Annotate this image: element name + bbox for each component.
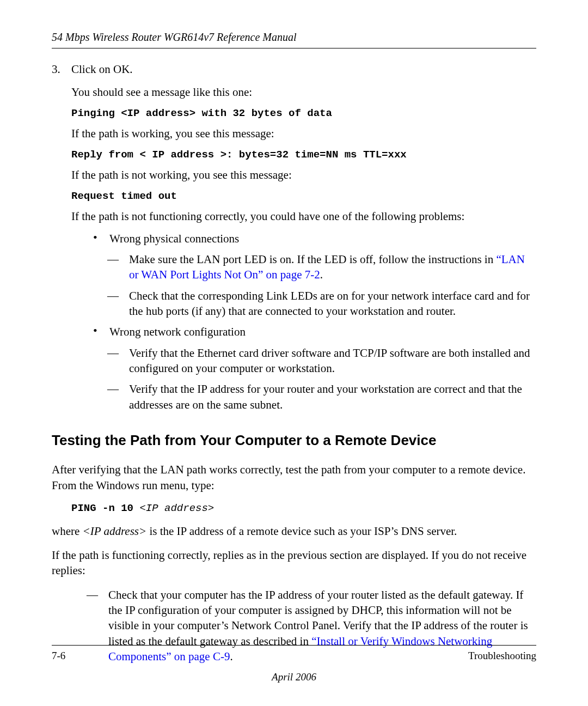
footer-divider: [52, 645, 536, 646]
code-timeout: Request timed out: [71, 190, 536, 204]
footer-page-number: 7-6: [52, 649, 65, 663]
dash-link-leds: — Check that the corresponding Link LEDs…: [107, 288, 536, 319]
step-text: Click on OK.: [71, 62, 536, 77]
dash-text-pre: Make sure the LAN port LED is on. If the…: [129, 253, 496, 266]
dash-text: Make sure the LAN port LED is on. If the…: [129, 252, 536, 283]
footer-section-name: Troubleshooting: [468, 649, 536, 663]
header-divider: [52, 48, 536, 48]
dash-ip-subnet: — Verify that the IP address for your ro…: [107, 381, 536, 412]
bullet-icon: •: [91, 231, 109, 246]
page-footer: 7-6 Troubleshooting: [52, 649, 536, 663]
footer-date: April 2006: [52, 670, 536, 684]
dash-text: Check that the corresponding Link LEDs a…: [129, 288, 536, 319]
section-p1: After verifying that the LAN path works …: [52, 462, 536, 493]
section-heading: Testing the Path from Your Computer to a…: [52, 431, 536, 450]
section-p3: If the path is functioning correctly, re…: [52, 547, 536, 579]
section-p2: where <IP address> is the IP address of …: [52, 524, 536, 539]
path-working-text: If the path is working, you see this mes…: [71, 126, 536, 141]
bullet-text: Wrong physical connections: [109, 231, 536, 246]
dash-text-post: .: [320, 268, 323, 281]
p2-post: is the IP address of a remote device suc…: [146, 525, 457, 538]
step-3: 3. Click on OK.: [52, 62, 536, 77]
bullet-text: Wrong network configuration: [109, 324, 536, 339]
step-number: 3.: [52, 62, 71, 77]
p2-ital: <IP address>: [83, 525, 147, 538]
path-not-working-text: If the path is not working, you see this…: [71, 167, 536, 182]
dash-text: Verify that the Ethernet card driver sof…: [129, 345, 536, 376]
dash-ethernet-driver: — Verify that the Ethernet card driver s…: [107, 345, 536, 376]
code-reply: Reply from < IP address >: bytes=32 time…: [71, 148, 536, 162]
dash-text: Verify that the IP address for your rout…: [129, 381, 536, 412]
ping-placeholder: <IP address>: [139, 502, 214, 514]
message-intro: You should see a message like this one:: [71, 84, 536, 100]
dash-lan-led: — Make sure the LAN port LED is on. If t…: [107, 252, 536, 283]
ping-command: PING -n 10 <IP address>: [71, 502, 536, 516]
p2-pre: where: [52, 525, 83, 538]
dash-icon: —: [107, 252, 129, 283]
bullet-icon: •: [91, 324, 109, 339]
dash-icon: —: [107, 345, 129, 376]
dash-icon: —: [107, 288, 129, 319]
bullet-wrong-network: • Wrong network configuration: [91, 324, 536, 339]
bullet-wrong-physical: • Wrong physical connections: [91, 231, 536, 246]
dash-icon: —: [107, 381, 129, 412]
page-header: 54 Mbps Wireless Router WGR614v7 Referen…: [52, 30, 536, 45]
code-pinging: Pinging <IP address> with 32 bytes of da…: [71, 107, 536, 121]
not-functioning-text: If the path is not functioning correctly…: [71, 209, 536, 224]
ping-cmd-text: PING -n 10: [71, 502, 139, 514]
